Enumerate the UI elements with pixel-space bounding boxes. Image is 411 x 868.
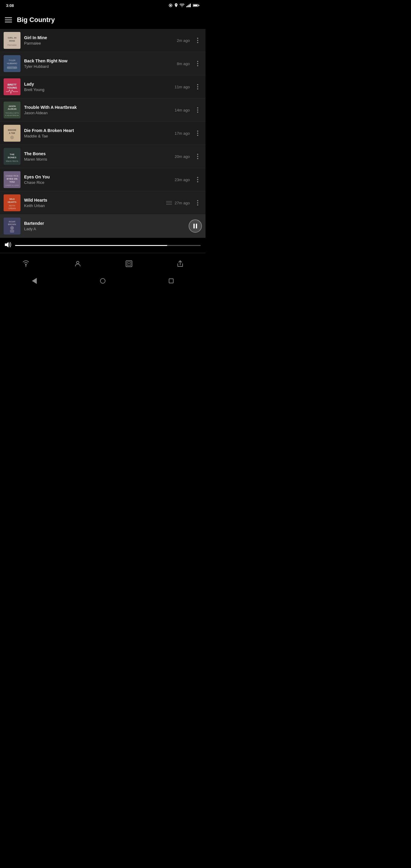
song-info-bartender: Bartender Lady A bbox=[24, 221, 189, 231]
svg-text:BONES: BONES bbox=[8, 156, 17, 159]
more-options-button[interactable] bbox=[193, 129, 202, 137]
list-item[interactable]: CHASE RICE EYES ON YOU LAMBS & LIONS Eye… bbox=[0, 168, 205, 191]
song-info-wild-hearts: Wild Hearts Keith Urban bbox=[24, 198, 166, 208]
song-time: 2m ago bbox=[177, 38, 190, 43]
svg-text:TYLER: TYLER bbox=[9, 59, 16, 61]
album-art-back-then: TYLER HUBBARD BACK THEN bbox=[4, 55, 21, 72]
more-options-button[interactable] bbox=[193, 83, 202, 91]
song-artist: Parmalee bbox=[24, 41, 177, 45]
more-options-button[interactable] bbox=[193, 106, 202, 114]
svg-text:THE: THE bbox=[10, 153, 15, 156]
song-time: 8m ago bbox=[177, 61, 190, 66]
song-artist: Lady A bbox=[24, 227, 189, 231]
album-art-jason: JASON ALDEAN TROUBLE WITH A HEARTBREAK bbox=[4, 101, 21, 119]
svg-text:MINE: MINE bbox=[9, 39, 15, 42]
more-options-button[interactable] bbox=[193, 152, 202, 161]
volume-bar bbox=[0, 238, 205, 253]
svg-text:BRETT: BRETT bbox=[7, 83, 17, 86]
bottom-nav bbox=[0, 253, 205, 274]
system-nav bbox=[0, 274, 205, 288]
share-icon bbox=[177, 260, 184, 267]
location-icon bbox=[175, 3, 178, 7]
svg-point-1 bbox=[170, 5, 171, 6]
album-art-wild-hearts: WILD HEARTS KEITH URBAN bbox=[4, 194, 21, 211]
more-options-button[interactable] bbox=[193, 59, 202, 68]
list-item[interactable]: TYLER HUBBARD BACK THEN Back Then Right … bbox=[0, 52, 205, 75]
more-options-button[interactable] bbox=[193, 36, 202, 44]
list-item[interactable]: INGAR BROWN Bartender Lady A bbox=[0, 215, 205, 238]
song-artist: Maren Morris bbox=[24, 157, 175, 161]
svg-rect-5 bbox=[189, 4, 190, 7]
album-art-girl-in-mine: GIRL IN MINE Parmalee bbox=[4, 32, 21, 49]
more-options-button[interactable] bbox=[193, 176, 202, 184]
svg-text:ALDEAN: ALDEAN bbox=[7, 108, 16, 110]
svg-point-2 bbox=[176, 4, 177, 5]
recents-button[interactable] bbox=[168, 278, 174, 284]
svg-text:EYES ON: EYES ON bbox=[7, 178, 18, 180]
album-art-bones: THE BONES Maren Morris bbox=[4, 148, 21, 165]
hamburger-menu-button[interactable] bbox=[5, 16, 12, 24]
song-info-eyes: Eyes On You Chase Rice bbox=[24, 175, 175, 185]
list-item[interactable]: WILD HEARTS KEITH URBAN Wild Hearts Keit… bbox=[0, 191, 205, 215]
nav-nowplaying[interactable] bbox=[121, 258, 137, 270]
svg-text:HEARTS: HEARTS bbox=[8, 201, 17, 203]
volume-icon bbox=[5, 242, 11, 249]
svg-rect-6 bbox=[190, 4, 191, 7]
song-info-bones: The Bones Maren Morris bbox=[24, 151, 175, 161]
album-art-bartender: INGAR BROWN bbox=[4, 218, 21, 235]
svg-text:HUBBARD: HUBBARD bbox=[7, 62, 17, 64]
status-icons bbox=[168, 3, 199, 7]
wifi-icon bbox=[180, 4, 184, 7]
radio-icon bbox=[22, 260, 30, 267]
more-options-button[interactable] bbox=[193, 198, 202, 207]
song-time: 11m ago bbox=[175, 85, 190, 89]
svg-point-56 bbox=[128, 263, 130, 264]
song-artist: Keith Urban bbox=[24, 204, 166, 208]
song-title: Die From A Broken Heart bbox=[24, 128, 175, 133]
home-button[interactable] bbox=[100, 278, 106, 284]
song-time: 20m ago bbox=[175, 154, 190, 159]
song-info-girl-in-mine: Girl In Mine Parmalee bbox=[24, 35, 177, 45]
nav-share[interactable] bbox=[172, 258, 188, 270]
list-item[interactable]: THE BONES Maren Morris The Bones Maren M… bbox=[0, 145, 205, 168]
back-button[interactable] bbox=[31, 278, 37, 284]
pause-button[interactable] bbox=[189, 219, 202, 233]
nav-radio[interactable] bbox=[17, 258, 35, 270]
svg-rect-9 bbox=[193, 5, 198, 6]
song-title: Eyes On You bbox=[24, 175, 175, 179]
nav-artist[interactable] bbox=[69, 258, 86, 270]
drag-handle[interactable] bbox=[166, 201, 172, 205]
song-info-trouble: Trouble With A Heartbreak Jason Aldean bbox=[24, 105, 175, 115]
svg-text:CHASE RICE: CHASE RICE bbox=[6, 175, 19, 177]
list-item[interactable]: JASON ALDEAN TROUBLE WITH A HEARTBREAK T… bbox=[0, 98, 205, 122]
song-artist: Maddie & Tae bbox=[24, 134, 175, 138]
song-artist: Jason Aldean bbox=[24, 111, 175, 115]
svg-rect-4 bbox=[187, 5, 188, 7]
song-time: 17m ago bbox=[175, 131, 190, 135]
song-title: Trouble With A Heartbreak bbox=[24, 105, 175, 110]
signal-icon bbox=[186, 4, 191, 7]
pause-icon bbox=[193, 224, 197, 228]
volume-fill bbox=[15, 245, 167, 246]
svg-text:LAMBS & LIONS: LAMBS & LIONS bbox=[5, 184, 19, 186]
battery-icon bbox=[193, 4, 199, 7]
song-time: 27m ago bbox=[175, 201, 190, 205]
list-item[interactable]: BRETT YOUNG Lady Brett Young 11m ago bbox=[0, 75, 205, 98]
svg-text:JASON: JASON bbox=[8, 105, 16, 107]
artist-icon bbox=[74, 260, 81, 267]
svg-point-48 bbox=[10, 226, 14, 230]
status-bar: 3:08 bbox=[0, 0, 205, 11]
album-art-maddie-tae: MADDIE & TAE bbox=[4, 125, 21, 142]
svg-text:GIRL IN: GIRL IN bbox=[7, 36, 16, 39]
nowplaying-icon bbox=[125, 260, 133, 267]
song-artist: Tyler Hubbard bbox=[24, 64, 177, 69]
song-time: 23m ago bbox=[175, 178, 190, 182]
svg-text:WILD: WILD bbox=[9, 198, 15, 200]
song-title: The Bones bbox=[24, 151, 175, 156]
list-item[interactable]: MADDIE & TAE Die From A Broken Heart Mad… bbox=[0, 122, 205, 145]
svg-text:BACK THEN: BACK THEN bbox=[7, 67, 17, 69]
svg-point-30 bbox=[10, 135, 14, 139]
record-icon bbox=[168, 3, 173, 7]
volume-track[interactable] bbox=[15, 245, 201, 246]
list-item[interactable]: GIRL IN MINE Parmalee Girl In Mine Parma… bbox=[0, 29, 205, 52]
